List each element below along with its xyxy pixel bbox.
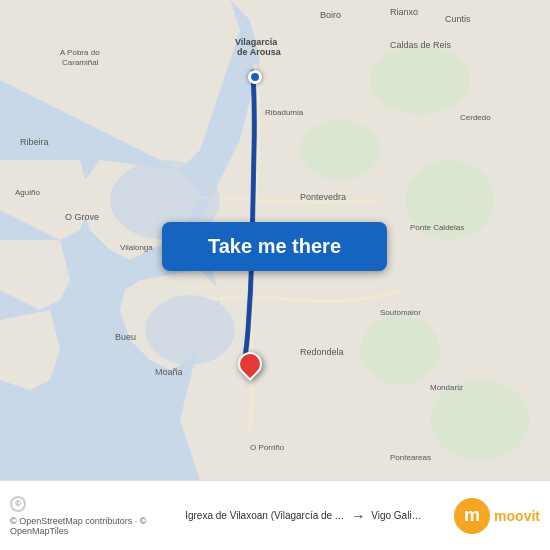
svg-text:Cerdedo: Cerdedo [460,113,491,122]
svg-text:O Grove: O Grove [65,212,99,222]
svg-text:A Pobra do: A Pobra do [60,48,100,57]
footer-attribution: © © OpenStreetMap contributors · © OpenM… [10,496,153,536]
map-container: Boiro Rianxo Cuntis A Pobra do Caramiñal… [0,0,550,480]
svg-text:Boiro: Boiro [320,10,341,20]
svg-text:Rianxo: Rianxo [390,7,418,17]
footer-route: Igrexa de Vilaxoan (Vilagarcía de Arou… … [153,508,454,524]
svg-point-13 [360,315,440,385]
svg-text:Ponte Caldelas: Ponte Caldelas [410,223,464,232]
svg-point-11 [370,45,470,115]
svg-text:Ribadumia: Ribadumia [265,108,304,117]
svg-text:Vilagarcía: Vilagarcía [235,37,278,47]
footer-to-label: Vigo Gali… [371,510,421,521]
moovit-icon: m [454,498,490,534]
svg-text:Ponteareas: Ponteareas [390,453,431,462]
svg-text:O Porriño: O Porriño [250,443,285,452]
svg-text:Bueu: Bueu [115,332,136,342]
moovit-text: moovit [494,508,540,524]
origin-pin [248,70,262,84]
destination-pin [238,352,262,376]
svg-text:de Arousa: de Arousa [237,47,282,57]
svg-text:Caramiñal: Caramiñal [62,58,99,67]
svg-text:Cuntis: Cuntis [445,14,471,24]
svg-text:Redondela: Redondela [300,347,344,357]
svg-point-10 [300,120,380,180]
take-me-there-button[interactable]: Take me there [162,222,387,271]
footer: © © OpenStreetMap contributors · © OpenM… [0,480,550,550]
svg-text:Moaña: Moaña [155,367,183,377]
svg-text:Vilalonga: Vilalonga [120,243,153,252]
svg-text:Soutomaior: Soutomaior [380,308,421,317]
svg-point-9 [145,295,235,365]
osm-logo: © [10,496,26,512]
svg-text:Caldas de Reis: Caldas de Reis [390,40,452,50]
moovit-logo: m moovit [454,498,540,534]
svg-text:Aguiño: Aguiño [15,188,40,197]
svg-text:Pontevedra: Pontevedra [300,192,346,202]
svg-text:Mondariz: Mondariz [430,383,463,392]
attribution-text: © OpenStreetMap contributors · © OpenMap… [10,516,153,536]
svg-point-14 [430,380,530,460]
footer-from-label: Igrexa de Vilaxoan (Vilagarcía de Arou… [185,510,345,521]
footer-arrow-icon: → [351,508,365,524]
svg-text:Ribeira: Ribeira [20,137,49,147]
